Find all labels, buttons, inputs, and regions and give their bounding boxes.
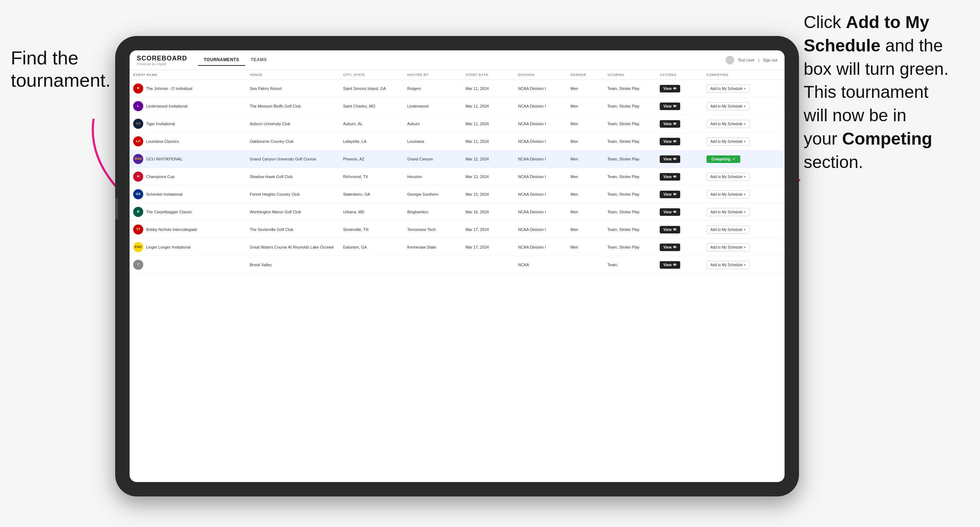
table-row: B The Carpetbagger Classic Worthington M… — [130, 203, 784, 221]
annotation-left: Find the tournament. — [11, 47, 108, 92]
view-button-3[interactable]: View 👁 — [660, 138, 680, 145]
cell-city-2: Auburn, AL — [339, 115, 403, 133]
eye-icon-8: 👁 — [673, 228, 677, 232]
cell-competing-0: Add to My Schedule + — [703, 80, 784, 97]
tournaments-table: EVENT NAME VENUE CITY, STATE HOSTED BY S… — [130, 70, 784, 274]
cell-scoring-6: Team, Stroke Play — [604, 186, 657, 203]
cell-division-0: NCAA Division I — [514, 80, 567, 97]
cell-competing-9: Add to My Schedule + — [703, 238, 784, 256]
view-label-7: View — [663, 210, 671, 214]
add-schedule-button-0[interactable]: Add to My Schedule + — [706, 84, 750, 93]
cell-hosted-1: Lindenwood — [403, 97, 462, 115]
cell-division-9: NCAA Division I — [514, 238, 567, 256]
user-avatar — [725, 56, 734, 64]
cell-scoring-8: Team, Stroke Play — [604, 221, 657, 238]
cell-hosted-2: Auburn — [403, 115, 462, 133]
cell-date-10 — [462, 256, 514, 274]
cell-event-5: H Champions Cup — [130, 168, 246, 186]
event-name-9: Linger Longer Invitational — [146, 244, 191, 250]
add-schedule-button-10[interactable]: Add to My Schedule + — [706, 261, 750, 269]
add-schedule-label-0: Add to My Schedule + — [710, 87, 746, 90]
cell-actions-8: View 👁 — [656, 221, 703, 238]
add-schedule-button-7[interactable]: Add to My Schedule + — [706, 208, 750, 216]
cell-scoring-0: Team, Stroke Play — [604, 80, 657, 97]
add-schedule-button-1[interactable]: Add to My Schedule + — [706, 102, 750, 110]
cell-date-3: Mar 11, 2024 — [462, 133, 514, 150]
competing-button-4[interactable]: Competing✓ — [706, 156, 740, 163]
event-name-cell-3: LA Louisiana Classics — [133, 137, 243, 146]
cell-competing-1: Add to My Schedule + — [703, 97, 784, 115]
eye-icon-7: 👁 — [673, 210, 677, 214]
add-schedule-button-5[interactable]: Add to My Schedule + — [706, 173, 750, 181]
sign-out-link[interactable]: Sign out — [763, 58, 777, 62]
view-button-7[interactable]: View 👁 — [660, 208, 680, 216]
cell-hosted-0: Rutgers — [403, 80, 462, 97]
eye-icon-4: 👁 — [673, 157, 677, 161]
view-label-6: View — [663, 192, 671, 197]
cell-city-3: Lafayette, LA — [339, 133, 403, 150]
annotation-left-text: Find the tournament. — [11, 48, 111, 90]
table-row: TT Bobby Nichols Intercollegiate The Sev… — [130, 221, 784, 238]
table-header-row: EVENT NAME VENUE CITY, STATE HOSTED BY S… — [130, 70, 784, 80]
cell-venue-0: Sea Palms Resort — [246, 80, 339, 97]
team-logo-1: L — [133, 101, 143, 111]
col-header-gender: GENDER — [567, 70, 604, 80]
cell-hosted-4: Grand Canyon — [403, 150, 462, 168]
view-button-8[interactable]: View 👁 — [660, 226, 680, 233]
cell-venue-4: Grand Canyon University Golf Course — [246, 150, 339, 168]
eye-icon-0: 👁 — [673, 87, 677, 90]
add-schedule-button-2[interactable]: Add to My Schedule + — [706, 120, 750, 128]
cell-division-3: NCAA Division I — [514, 133, 567, 150]
cell-city-10 — [339, 256, 403, 274]
cell-event-7: B The Carpetbagger Classic — [130, 203, 246, 221]
cell-gender-4: Men — [567, 150, 604, 168]
view-label-10: View — [663, 263, 671, 267]
cell-actions-6: View 👁 — [656, 186, 703, 203]
cell-division-4: NCAA Division I — [514, 150, 567, 168]
team-logo-2: AU — [133, 119, 143, 129]
event-name-cell-6: GS Schenkel Invitational — [133, 189, 243, 199]
view-button-0[interactable]: View 👁 — [660, 85, 680, 92]
nav-tab-teams[interactable]: TEAMS — [245, 54, 273, 66]
add-schedule-label-1: Add to My Schedule + — [710, 104, 746, 108]
view-label-9: View — [663, 245, 671, 249]
cell-scoring-7: Team, Stroke Play — [604, 203, 657, 221]
cell-gender-9: Men — [567, 238, 604, 256]
view-button-9[interactable]: View 👁 — [660, 243, 680, 251]
cell-actions-4: View 👁 — [656, 150, 703, 168]
table-row: LA Louisiana Classics Oakbourne Country … — [130, 133, 784, 150]
cell-event-3: LA Louisiana Classics — [130, 133, 246, 150]
cell-gender-8: Men — [567, 221, 604, 238]
add-schedule-button-9[interactable]: Add to My Schedule + — [706, 243, 750, 251]
col-header-venue: VENUE — [246, 70, 339, 80]
cell-hosted-3: Louisiana — [403, 133, 462, 150]
view-button-6[interactable]: View 👁 — [660, 190, 680, 198]
add-schedule-button-3[interactable]: Add to My Schedule + — [706, 137, 750, 146]
view-button-10[interactable]: View 👁 — [660, 261, 680, 269]
cell-city-9: Eatonton, GA — [339, 238, 403, 256]
cell-actions-2: View 👁 — [656, 115, 703, 133]
cell-date-8: Mar 17, 2024 — [462, 221, 514, 238]
col-header-hosted: HOSTED BY — [403, 70, 462, 80]
nav-tab-tournaments[interactable]: TOURNAMENTS — [198, 54, 245, 66]
cell-scoring-3: Team, Stroke Play — [604, 133, 657, 150]
view-button-2[interactable]: View 👁 — [660, 120, 680, 128]
cell-venue-5: Shadow Hawk Golf Club — [246, 168, 339, 186]
view-label-3: View — [663, 140, 671, 143]
user-name: Test User — [738, 58, 754, 62]
cell-division-6: NCAA Division I — [514, 186, 567, 203]
team-logo-3: LA — [133, 137, 143, 146]
tablet-frame: SCOREBOARD Powered by clippd TOURNAMENTS… — [115, 36, 799, 497]
event-name-cell-2: AU Tiger Invitational — [133, 119, 243, 129]
cell-scoring-9: Team, Stroke Play — [604, 238, 657, 256]
add-schedule-button-8[interactable]: Add to My Schedule + — [706, 225, 750, 234]
add-schedule-button-6[interactable]: Add to My Schedule + — [706, 190, 750, 198]
cell-venue-10: Brook Valley — [246, 256, 339, 274]
view-button-5[interactable]: View 👁 — [660, 173, 680, 181]
event-name-6: Schenkel Invitational — [146, 192, 183, 197]
view-button-4[interactable]: View 👁 — [660, 156, 680, 163]
cell-date-9: Mar 17, 2024 — [462, 238, 514, 256]
cell-venue-6: Forest Heights Country Club — [246, 186, 339, 203]
view-button-1[interactable]: View 👁 — [660, 103, 680, 110]
add-schedule-label-5: Add to My Schedule + — [710, 175, 746, 179]
